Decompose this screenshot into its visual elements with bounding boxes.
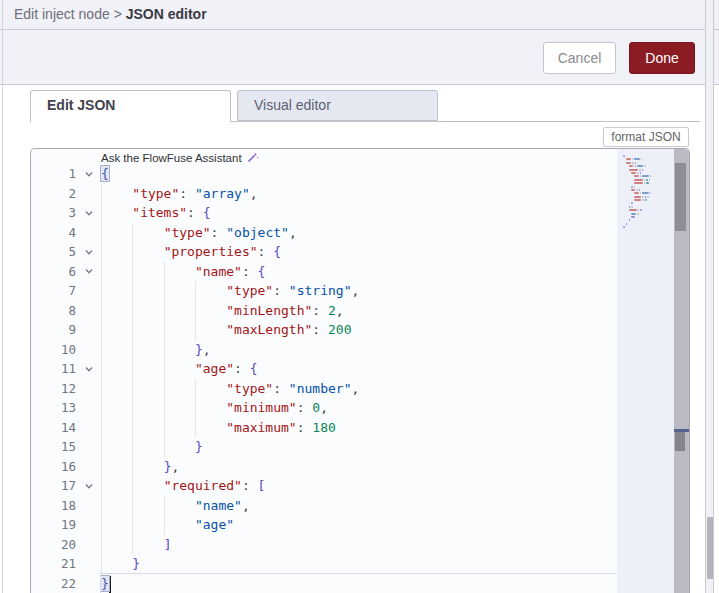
line-content[interactable]: "properties": {	[101, 242, 689, 262]
code-line[interactable]: 11 "age": {	[31, 359, 689, 379]
code-line[interactable]: 5 "properties": {	[31, 242, 689, 262]
line-content[interactable]: "minimum": 0,	[101, 398, 689, 418]
code-line[interactable]: 8 "minLength": 2,	[31, 301, 689, 321]
indent-guide	[101, 515, 102, 535]
breadcrumb-separator: >	[114, 6, 122, 22]
indent-guide	[101, 320, 102, 340]
minimap-mark	[629, 209, 637, 211]
code-line[interactable]: 10 },	[31, 340, 689, 360]
minimap[interactable]	[617, 149, 674, 593]
token-p: ,	[336, 303, 344, 318]
line-content[interactable]: }	[101, 554, 689, 574]
token-p: ,	[320, 400, 328, 415]
tab-visual-editor[interactable]: Visual editor	[237, 90, 438, 121]
token-k: "type"	[132, 186, 179, 201]
indent-guide	[132, 379, 133, 399]
line-content[interactable]: "type": "array",	[101, 184, 689, 204]
minimap-mark	[644, 165, 646, 167]
minimap-mark	[631, 189, 635, 191]
code-editor[interactable]: Ask the FlowFuse Assistant 1{2 "type": "…	[30, 148, 690, 593]
line-number: 4	[31, 223, 76, 243]
indent-guide	[101, 262, 102, 282]
token-p: ,	[242, 498, 250, 513]
indent-guide	[195, 379, 196, 399]
line-content[interactable]: "required": [	[101, 476, 689, 496]
token-k: "age"	[195, 361, 234, 376]
code-line[interactable]: 9 "maxLength": 200	[31, 320, 689, 340]
code-line[interactable]: 20 ]	[31, 535, 689, 555]
line-content[interactable]: }	[101, 574, 689, 593]
page-scrollbar-thumb[interactable]	[707, 517, 713, 579]
indent-guide	[132, 359, 133, 379]
code-line[interactable]: 7 "type": "string",	[31, 281, 689, 301]
code-line[interactable]: 14 "maximum": 180	[31, 418, 689, 438]
code-line[interactable]: 6 "name": {	[31, 262, 689, 282]
line-content[interactable]: "age": {	[101, 359, 689, 379]
assistant-prompt[interactable]: Ask the FlowFuse Assistant	[101, 149, 689, 164]
code-line[interactable]: 3 "items": {	[31, 203, 689, 223]
line-content[interactable]: }	[101, 437, 689, 457]
line-content[interactable]: "type": "string",	[101, 281, 689, 301]
indent-guide	[132, 262, 133, 282]
minimap-mark	[632, 158, 634, 160]
code-line[interactable]: 17 "required": [	[31, 476, 689, 496]
cancel-button[interactable]: Cancel	[543, 42, 616, 74]
token-p: ,	[203, 342, 211, 357]
line-content[interactable]: "maxLength": 200	[101, 320, 689, 340]
fold-chevron-icon[interactable]	[76, 242, 101, 262]
line-content[interactable]: "age"	[101, 515, 689, 535]
indent-guide	[164, 496, 165, 516]
minimap-mark	[634, 199, 641, 201]
minimap-mark	[634, 196, 641, 198]
token-p: :	[211, 225, 227, 240]
code-line[interactable]: 4 "type": "object",	[31, 223, 689, 243]
editor-scrollbar-thumb[interactable]	[675, 163, 686, 231]
line-content[interactable]: },	[101, 340, 689, 360]
code-line[interactable]: 16 },	[31, 457, 689, 477]
line-content[interactable]: "minLength": 2,	[101, 301, 689, 321]
scrollbar-decoration-marker	[675, 432, 685, 451]
token-p: :	[258, 244, 274, 259]
line-content[interactable]: "maximum": 180	[101, 418, 689, 438]
code-line[interactable]: 2 "type": "array",	[31, 184, 689, 204]
code-line[interactable]: 19 "age"	[31, 515, 689, 535]
fold-chevron-icon[interactable]	[76, 262, 101, 282]
line-content[interactable]: ]	[101, 535, 689, 555]
minimap-mark	[650, 175, 652, 177]
code-line[interactable]: 22}	[31, 574, 689, 593]
line-content[interactable]: "type": "object",	[101, 223, 689, 243]
code-line[interactable]: 18 "name",	[31, 496, 689, 516]
fold-chevron-icon[interactable]	[76, 164, 101, 184]
fold-gutter-empty	[76, 515, 101, 535]
fold-chevron-icon[interactable]	[76, 476, 101, 496]
line-content[interactable]: },	[101, 457, 689, 477]
code-line[interactable]: 13 "minimum": 0,	[31, 398, 689, 418]
indent-guide	[132, 340, 133, 360]
indent-guide	[132, 418, 133, 438]
line-number: 13	[31, 398, 76, 418]
minimap-mark	[631, 213, 636, 215]
token-p: :	[273, 381, 289, 396]
minimap-mark	[644, 179, 646, 181]
minimap-mark	[640, 175, 642, 177]
page-scrollbar[interactable]	[705, 0, 714, 593]
tab-edit-json[interactable]: Edit JSON	[30, 90, 231, 122]
minimap-mark	[623, 226, 625, 228]
code-line[interactable]: 1{	[31, 164, 689, 184]
line-content[interactable]: {	[101, 164, 689, 184]
line-content[interactable]: "items": {	[101, 203, 689, 223]
format-json-button[interactable]: format JSON	[603, 127, 689, 147]
line-content[interactable]: "name": {	[101, 262, 689, 282]
done-button[interactable]: Done	[629, 42, 695, 74]
breadcrumb-parent[interactable]: Edit inject node	[14, 6, 110, 22]
fold-chevron-icon[interactable]	[76, 359, 101, 379]
line-content[interactable]: "name",	[101, 496, 689, 516]
token-b: }	[132, 556, 140, 571]
editor-scrollbar[interactable]	[674, 149, 689, 593]
code-line[interactable]: 15 }	[31, 437, 689, 457]
fold-chevron-icon[interactable]	[76, 203, 101, 223]
code-line[interactable]: 21 }	[31, 554, 689, 574]
code-line[interactable]: 12 "type": "number",	[31, 379, 689, 399]
minimap-mark	[631, 186, 633, 188]
line-content[interactable]: "type": "number",	[101, 379, 689, 399]
